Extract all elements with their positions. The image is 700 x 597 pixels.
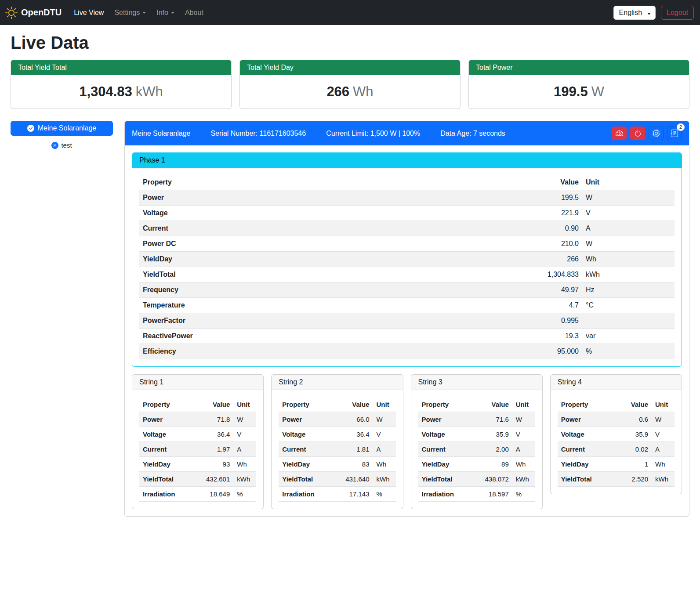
inverter-sidebar: Meine Solaranlage test [11, 121, 113, 149]
value-cell: 18.597 [477, 487, 512, 502]
sidebar-item-meine-solaranlage[interactable]: Meine Solaranlage [11, 121, 113, 136]
value-cell: 432.601 [198, 472, 233, 487]
unit-cell: W [652, 412, 675, 427]
unit-cell: % [582, 344, 675, 359]
inverter-card: Meine Solaranlage Serial Number: 1161716… [124, 121, 689, 517]
total-yield-day-unit: Wh [353, 84, 374, 99]
brand[interactable]: OpenDTU [5, 7, 62, 19]
table-row: YieldDay 89 Wh [418, 457, 535, 472]
col-unit: Unit [373, 397, 396, 412]
nav-about[interactable]: About [181, 5, 207, 20]
table-row: Current 1.81 A [279, 442, 395, 457]
chevron-down-icon [142, 12, 146, 14]
value-cell: 438.072 [477, 472, 512, 487]
table-row: Voltage 35.9 V [418, 427, 535, 442]
speedometer-icon [616, 130, 623, 137]
value-cell: 1.97 [198, 442, 233, 457]
property-cell: Current [558, 442, 617, 457]
property-cell: Power [558, 412, 617, 427]
phase-table-body: Power 199.5 W Voltage 221.9 V [139, 190, 675, 359]
value-cell: 1 [617, 457, 652, 472]
sidebar-item-label: test [61, 141, 72, 149]
phase-1-card: Phase 1 Property Value Unit [132, 152, 682, 367]
col-property: Property [139, 175, 534, 190]
table-header-row: Property Value Unit [279, 397, 395, 412]
property-cell: YieldTotal [279, 472, 337, 487]
property-cell: Temperature [139, 298, 534, 313]
unit-cell: W [582, 190, 675, 206]
logout-button[interactable]: Logout [661, 6, 694, 20]
property-cell: Irradiation [418, 487, 477, 502]
sun-logo-icon [5, 7, 18, 19]
nav-settings[interactable]: Settings [111, 5, 149, 20]
property-cell: Voltage [139, 206, 534, 221]
property-cell: YieldDay [139, 457, 198, 472]
table-row: Current 0.90 A [139, 221, 675, 236]
table-header-row: Property Value Unit [139, 397, 256, 412]
total-power-unit: W [591, 84, 604, 99]
device-info-button[interactable] [649, 127, 664, 140]
nav-info[interactable]: Info [153, 5, 178, 20]
table-header-row: Property Value Unit [418, 397, 535, 412]
event-log-button[interactable]: 2 [667, 127, 682, 140]
sidebar-item-label: Meine Solaranlage [38, 124, 96, 132]
col-value: Value [338, 397, 373, 412]
unit-cell: V [512, 427, 535, 442]
unit-cell: kWh [373, 472, 396, 487]
value-cell: 17.143 [338, 487, 373, 502]
property-cell: Voltage [279, 427, 337, 442]
col-property: Property [139, 397, 198, 412]
total-yield-total-unit: kWh [136, 84, 163, 99]
property-cell: Current [279, 442, 337, 457]
card-title: Total Yield Total [11, 60, 231, 75]
value-cell: 36.4 [338, 427, 373, 442]
language-select[interactable]: English [613, 6, 656, 20]
property-cell: Efficiency [139, 344, 534, 359]
brand-label: OpenDTU [21, 7, 62, 18]
property-cell: Power [139, 190, 534, 206]
table-row: YieldTotal 1,304.833 kWh [139, 267, 675, 282]
table-row: YieldTotal 2.520 kWh [558, 472, 675, 487]
unit-cell: W [233, 412, 256, 427]
unit-cell: Wh [512, 457, 535, 472]
table-row: Power 199.5 W [139, 190, 675, 206]
value-cell: 35.9 [617, 427, 652, 442]
value-cell: 4.7 [534, 298, 582, 313]
col-value: Value [617, 397, 652, 412]
string-4-card: String 4 Property Value Unit [550, 374, 682, 494]
col-unit: Unit [652, 397, 675, 412]
value-cell: 66.0 [338, 412, 373, 427]
table-row: Temperature 4.7 °C [139, 298, 675, 313]
nav-live-view[interactable]: Live View [70, 5, 107, 20]
value-cell: 199.5 [534, 190, 582, 206]
value-cell: 0.02 [617, 442, 652, 457]
strings-grid: String 1 Property Value Unit [132, 374, 682, 509]
table-row: Power DC 210.0 W [139, 236, 675, 252]
value-cell: 1.81 [338, 442, 373, 457]
col-value: Value [534, 175, 582, 190]
total-yield-day-card: Total Yield Day 266Wh [239, 60, 461, 109]
unit-cell: °C [582, 298, 675, 313]
unit-cell: kWh [233, 472, 256, 487]
chevron-down-icon [171, 12, 174, 14]
summary-cards: Total Yield Total 1,304.83kWh Total Yiel… [11, 60, 689, 109]
table-row: YieldTotal 432.601 kWh [139, 472, 256, 487]
property-cell: YieldTotal [139, 267, 534, 282]
property-cell: Voltage [139, 427, 198, 442]
value-cell: 2.00 [477, 442, 512, 457]
power-button[interactable] [630, 127, 645, 140]
total-yield-total-value: 1,304.83 [79, 84, 132, 99]
table-row: Irradiation 17.143 % [279, 487, 395, 502]
table-row: PowerFactor 0.995 [139, 313, 675, 329]
unit-cell: A [652, 442, 675, 457]
property-cell: YieldDay [558, 457, 617, 472]
limit-settings-button[interactable] [612, 127, 627, 140]
sidebar-item-test[interactable]: test [11, 141, 113, 149]
value-cell: 2.520 [617, 472, 652, 487]
property-cell: YieldTotal [139, 472, 198, 487]
property-cell: Voltage [558, 427, 617, 442]
property-cell: Irradiation [139, 487, 198, 502]
property-cell: YieldDay [279, 457, 337, 472]
inverter-name: Meine Solaranlage [132, 130, 190, 137]
unit-cell: A [582, 221, 675, 236]
